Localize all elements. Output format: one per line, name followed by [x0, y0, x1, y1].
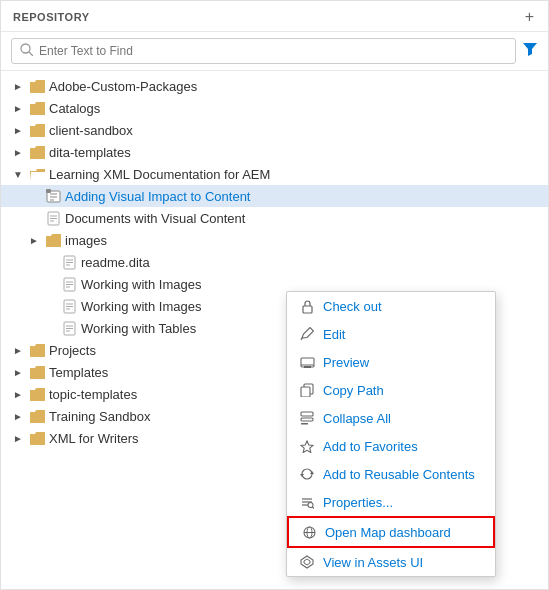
folder-icon [45, 232, 61, 248]
item-label: Adobe-Custom-Packages [49, 79, 197, 94]
chevron-right-icon: ► [11, 123, 25, 137]
search-input-wrap [11, 38, 516, 64]
context-menu-item-collapse-all[interactable]: Collapse All [287, 404, 495, 432]
search-input[interactable] [39, 44, 507, 58]
item-label: dita-templates [49, 145, 131, 160]
folder-icon [29, 144, 45, 160]
context-menu-item-add-reusable[interactable]: Add to Reusable Contents [287, 460, 495, 488]
tree-item-adding-visual[interactable]: Adding Visual Impact to Content [1, 185, 548, 207]
repository-panel: REPOSITORY + ► Adobe-Custo [0, 0, 549, 590]
add-button[interactable]: + [523, 9, 536, 25]
chevron-right-icon: ► [11, 365, 25, 379]
folder-icon [29, 386, 45, 402]
item-label: Adding Visual Impact to Content [65, 189, 251, 204]
properties-icon [299, 494, 315, 510]
chevron-right-icon: ► [27, 233, 41, 247]
chevron-right-icon: ► [11, 409, 25, 423]
context-menu-item-preview[interactable]: Preview [287, 348, 495, 376]
doc-file-icon [61, 320, 77, 336]
context-menu-item-checkout[interactable]: Check out [287, 292, 495, 320]
svg-marker-2 [523, 43, 537, 56]
item-label: images [65, 233, 107, 248]
chevron-right-icon: ► [11, 101, 25, 115]
ctx-label: Properties... [323, 495, 393, 510]
context-menu-item-edit[interactable]: Edit [287, 320, 495, 348]
doc-file-icon [61, 298, 77, 314]
file-icon [61, 254, 77, 270]
svg-rect-34 [301, 387, 310, 397]
filter-icon[interactable] [522, 41, 538, 61]
item-label: client-sandbox [49, 123, 133, 138]
svg-line-1 [29, 52, 33, 56]
lock-icon [299, 298, 315, 314]
tree-item[interactable]: ▼ Learning XML Documentation for AEM [1, 163, 548, 185]
context-menu-item-open-map[interactable]: Open Map dashboard [287, 516, 495, 548]
ctx-label: Add to Favorites [323, 439, 418, 454]
svg-line-29 [301, 338, 302, 340]
item-label: topic-templates [49, 387, 137, 402]
item-label: Documents with Visual Content [65, 211, 245, 226]
svg-rect-35 [301, 412, 313, 416]
svg-rect-32 [304, 366, 311, 368]
folder-icon [29, 364, 45, 380]
item-label: Working with Tables [81, 321, 196, 336]
folder-icon [29, 408, 45, 424]
ctx-label: Open Map dashboard [325, 525, 451, 540]
folder-icon [29, 122, 45, 138]
ctx-label: Check out [323, 299, 382, 314]
svg-line-45 [312, 507, 314, 509]
doc-file-icon [61, 276, 77, 292]
copy-icon [299, 382, 315, 398]
context-menu-item-copy-path[interactable]: Copy Path [287, 376, 495, 404]
tree-item[interactable]: Documents with Visual Content [1, 207, 548, 229]
item-label: Projects [49, 343, 96, 358]
search-bar [1, 32, 548, 71]
ctx-label: Add to Reusable Contents [323, 467, 475, 482]
doc-file-icon [45, 210, 61, 226]
tree-item[interactable]: readme.dita [1, 251, 548, 273]
tree-item[interactable]: ► images [1, 229, 548, 251]
item-label: Templates [49, 365, 108, 380]
folder-open-icon [29, 166, 45, 182]
map-file-icon [45, 188, 61, 204]
item-label: Learning XML Documentation for AEM [49, 167, 270, 182]
item-label: readme.dita [81, 255, 150, 270]
context-menu-item-view-assets[interactable]: View in Assets UI [287, 548, 495, 576]
tree-item[interactable]: ► Catalogs [1, 97, 548, 119]
chevron-right-icon: ► [11, 387, 25, 401]
svg-rect-28 [303, 306, 312, 313]
item-label: XML for Writers [49, 431, 139, 446]
chevron-right-icon: ► [11, 79, 25, 93]
svg-point-44 [308, 503, 313, 508]
chevron-right-icon: ► [11, 343, 25, 357]
context-menu-item-properties[interactable]: Properties... [287, 488, 495, 516]
svg-marker-50 [304, 559, 310, 565]
tree-item[interactable]: ► dita-templates [1, 141, 548, 163]
svg-rect-30 [301, 358, 314, 367]
folder-icon [29, 100, 45, 116]
context-menu: Check out Edit [286, 291, 496, 577]
assets-icon [299, 554, 315, 570]
search-icon [20, 43, 33, 59]
ctx-label: View in Assets UI [323, 555, 423, 570]
svg-marker-38 [301, 441, 313, 453]
ctx-label: Edit [323, 327, 345, 342]
svg-rect-37 [301, 423, 308, 425]
collapse-icon [299, 410, 315, 426]
star-icon [299, 438, 315, 454]
item-label: Working with Images [81, 299, 201, 314]
svg-rect-36 [301, 418, 313, 421]
map-icon [301, 524, 317, 540]
svg-marker-49 [301, 556, 313, 568]
preview-icon [299, 354, 315, 370]
pencil-icon [299, 326, 315, 342]
tree-container: ► Adobe-Custom-Packages ► Catalogs ► cli… [1, 71, 548, 589]
context-menu-item-add-favorites[interactable]: Add to Favorites [287, 432, 495, 460]
tree-item[interactable]: ► client-sandbox [1, 119, 548, 141]
item-label: Catalogs [49, 101, 100, 116]
tree-item[interactable]: ► Adobe-Custom-Packages [1, 75, 548, 97]
folder-icon [29, 430, 45, 446]
folder-icon [29, 342, 45, 358]
chevron-down-icon: ▼ [11, 167, 25, 181]
item-label: Working with Images [81, 277, 201, 292]
